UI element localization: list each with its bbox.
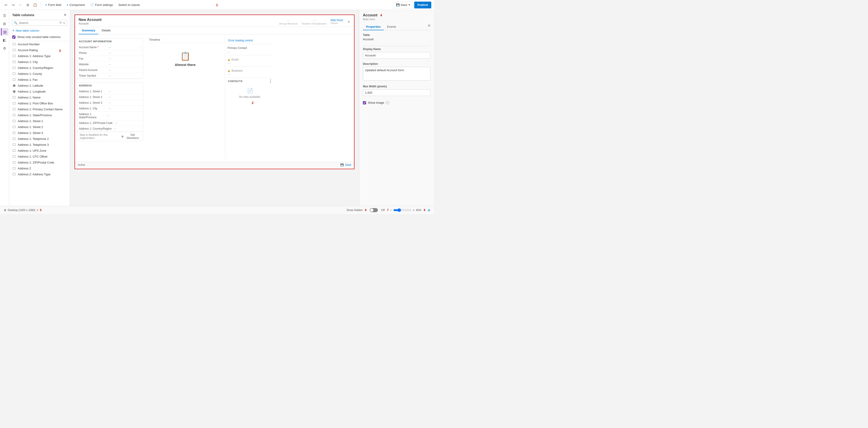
field-icon-address2-type: [12, 172, 16, 176]
sidebar-item-address1-primary-contact[interactable]: Address 1: Primary Contact Name: [9, 106, 70, 112]
owner-name[interactable]: Matt Peart: [331, 19, 343, 22]
undo-button[interactable]: ↩: [3, 2, 9, 8]
sidebar-item-address1-lon[interactable]: Address 1: Longitude: [9, 88, 70, 94]
nav-settings-button[interactable]: ⚙: [1, 45, 8, 52]
field-label-addr-country: Address 1: Country/Region: [79, 127, 112, 130]
sidebar-item-address1-lat[interactable]: Address 1: Latitude: [9, 83, 70, 88]
icon-nav: ☰ ⊞ ▤ ◧ ⚙: [0, 10, 9, 206]
sidebar-item-address1-tel2[interactable]: Address 1: Telephone 2: [9, 136, 70, 142]
cut-button[interactable]: ✂: [17, 2, 24, 8]
header-chevron-button[interactable]: ∨: [347, 19, 350, 24]
sidebar-item-address1-ups[interactable]: Address 1: UPS Zone: [9, 148, 70, 153]
form-field-button[interactable]: + Form field: [43, 2, 63, 8]
nav-layers-button[interactable]: ◧: [1, 36, 8, 44]
field-label-addr-street3: Address 1: Street 3: [79, 101, 106, 104]
tab-summary[interactable]: Summary: [79, 27, 98, 34]
sidebar-item-address1-street3[interactable]: Address 1: Street 3: [9, 130, 70, 136]
filter-icon[interactable]: ▽: [59, 21, 62, 25]
publish-button[interactable]: Publish: [414, 2, 431, 8]
new-column-button[interactable]: + New table column: [9, 27, 70, 34]
main-layout: ☰ ⊞ ▤ ◧ ⚙ Table columns ✕ 🔍 ▽ ∨ + New ta…: [0, 10, 434, 206]
sidebar-item-address1-street1[interactable]: Address 1: Street 1: [9, 118, 70, 124]
sidebar-item-address1-street2[interactable]: Address 1: Street 2: [9, 124, 70, 130]
show-unused-checkbox[interactable]: [12, 35, 16, 39]
right-tab-events[interactable]: Events: [384, 24, 399, 30]
rp-display-name-input[interactable]: [363, 52, 430, 59]
switch-to-classic-button[interactable]: Switch to classic: [116, 2, 142, 8]
nav-components-button[interactable]: ⊞: [1, 20, 8, 27]
zoom-minus-icon[interactable]: −: [390, 208, 392, 212]
left-sidebar: Table columns ✕ 🔍 ▽ ∨ + New table column…: [9, 10, 70, 206]
form-body: ACCOUNT INFORMATION Account Name * --- ·…: [75, 34, 354, 162]
sidebar-item-label: Address 1: Name: [18, 96, 40, 99]
form-canvas: New Account Account ··· Annual Revenue ·…: [74, 15, 354, 169]
field-value-addr-city: ---: [108, 107, 111, 110]
toggle-thumb: [370, 208, 373, 212]
rp-description-textarea[interactable]: Updated default Account form.: [363, 67, 430, 81]
desktop-selector[interactable]: 🖥 Desktop (1920 x 1080) ∨ 5: [4, 208, 41, 212]
toolbar-number: 1: [216, 3, 218, 7]
filter-caret-icon[interactable]: ∨: [63, 21, 65, 24]
sidebar-item-address1-utc[interactable]: Address 1: UTC Offset: [9, 153, 70, 160]
sidebar-item-address1-pobox[interactable]: Address 1: Post Office Box: [9, 100, 70, 106]
form-settings-button[interactable]: 📄 Form settings: [88, 2, 115, 8]
footer-save-button[interactable]: Save: [345, 163, 351, 167]
canvas-area[interactable]: 2 New Account Account ··· Annual Revenue…: [70, 10, 359, 206]
save-dropdown-icon[interactable]: ▼: [408, 4, 410, 6]
divider-2: [227, 55, 273, 55]
form-title: New Account: [79, 18, 101, 22]
field-icon-address1-utc: [12, 155, 16, 158]
contacts-menu-icon[interactable]: ⋮: [269, 79, 273, 83]
search-input[interactable]: [19, 21, 58, 25]
get-directions-button[interactable]: ⊕ Get Directions: [121, 133, 141, 140]
required-star: *: [97, 46, 99, 49]
sidebar-item-address1-tel3[interactable]: Address 1: Telephone 3: [9, 142, 70, 148]
error-loading-control[interactable]: Error loading control: [227, 38, 273, 43]
nav-fields-button[interactable]: ▤: [1, 28, 8, 35]
save-label: Save: [401, 3, 407, 7]
right-panel-title: Account 4: [363, 13, 430, 17]
address-section: ADDRESS Address 1: Street 1 --- Address …: [77, 83, 143, 141]
sidebar-item-address1-city[interactable]: Address 1: City: [9, 59, 70, 65]
zoom-slider[interactable]: [393, 208, 411, 212]
copy-button[interactable]: ⧉: [25, 2, 31, 8]
rp-max-width-input[interactable]: [363, 89, 430, 96]
show-hidden-toggle[interactable]: [370, 208, 378, 212]
rp-show-image-checkbox[interactable]: [363, 101, 366, 104]
right-tab-properties[interactable]: Properties: [363, 24, 384, 30]
sidebar-close-button[interactable]: ✕: [64, 13, 67, 17]
directions-icon: ⊕: [121, 135, 124, 138]
sidebar-item-address2-type[interactable]: Address 2: Address Type: [9, 171, 70, 177]
sidebar-item-address2[interactable]: Address 2: [9, 165, 70, 171]
redo-button[interactable]: ↪: [10, 2, 17, 8]
zoom-reset-button[interactable]: ⊕: [428, 208, 430, 212]
component-button[interactable]: + Component: [64, 2, 87, 8]
sidebar-item-address1-name[interactable]: Address 1: Name: [9, 94, 70, 100]
desktop-chevron-icon: ∨: [37, 208, 38, 211]
sidebar-item-account-rating[interactable]: Account Rating: [9, 47, 70, 53]
email-label: Email: [231, 58, 239, 62]
save-button[interactable]: 💾 Save ▼: [393, 2, 413, 8]
sidebar-item-address1-state[interactable]: Address 1: State/Province: [9, 112, 70, 118]
sidebar-item-address1-fax[interactable]: Address 1: Fax: [9, 77, 70, 83]
right-panel-close-button[interactable]: ✕: [427, 23, 431, 28]
sidebar-item-address1-county[interactable]: Address 1: County: [9, 71, 70, 77]
sidebar-item-address1-country[interactable]: Address 1: Country/Region: [9, 65, 70, 71]
paste-button[interactable]: 📋: [32, 2, 38, 8]
save-icon: 💾: [396, 3, 400, 7]
field-menu-account-name[interactable]: ···: [140, 46, 142, 49]
almost-there-icon: 📋: [180, 51, 190, 61]
rp-display-name-section: Display Name: [363, 48, 430, 59]
info-icon[interactable]: i: [386, 101, 389, 104]
field-website: Website ---: [78, 62, 143, 67]
nav-menu-button[interactable]: ☰: [1, 12, 8, 19]
sidebar-item-address1-type[interactable]: Address 1: Address Type: [9, 53, 70, 59]
address-section-title: ADDRESS: [78, 83, 143, 89]
form-subtitle: Account: [79, 22, 101, 25]
zoom-plus-icon[interactable]: +: [413, 208, 415, 212]
component-label: Component: [69, 3, 85, 7]
right-panel-subtitle: Main form: [363, 18, 430, 21]
tab-details[interactable]: Details: [98, 27, 114, 34]
sidebar-item-account-number[interactable]: Account Number: [9, 41, 70, 47]
sidebar-item-address1-zip[interactable]: Address 1: ZIP/Postal Code: [9, 160, 70, 165]
